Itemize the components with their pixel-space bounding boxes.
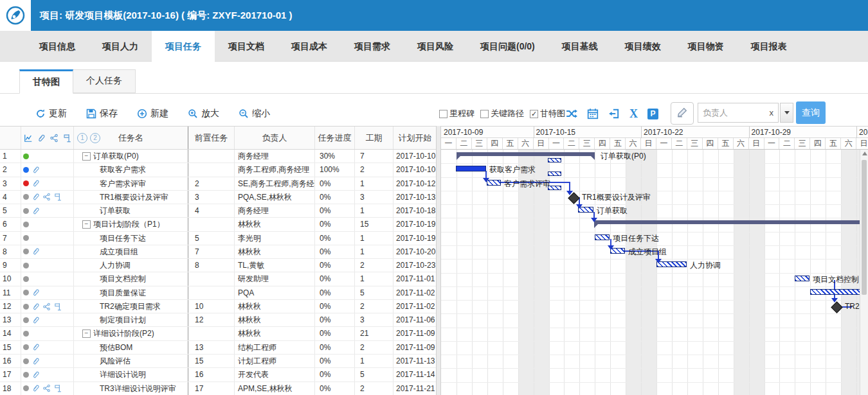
predecessor-cell[interactable] xyxy=(188,150,235,162)
owner-cell[interactable]: TL,黄敏 xyxy=(235,259,315,272)
collapse-icon[interactable]: − xyxy=(82,329,91,338)
predecessor-cell[interactable]: 2 xyxy=(188,177,235,190)
owner-cell[interactable]: 林秋秋 xyxy=(235,300,315,313)
predecessor-cell[interactable]: 7 xyxy=(188,245,235,258)
main-tab[interactable]: 项目问题(0/0) xyxy=(467,31,548,62)
gantt-vertical-scrollbar[interactable] xyxy=(860,150,868,395)
flag-icon[interactable] xyxy=(53,384,62,392)
table-row[interactable]: 3客户需求评审2SE,商务工程师,商务经理0%12017-10-12 xyxy=(0,177,437,191)
progress-cell[interactable]: 0% xyxy=(315,286,355,299)
plan-start-cell[interactable]: 2017-10-23 xyxy=(393,259,437,272)
predecessor-cell[interactable]: 10 xyxy=(188,300,235,313)
duration-cell[interactable]: 5 xyxy=(355,368,393,381)
main-tab[interactable]: 项目成本 xyxy=(278,31,341,62)
clip-icon[interactable] xyxy=(32,371,40,379)
share-icon[interactable] xyxy=(42,193,51,201)
owner-cell[interactable]: 商务经理 xyxy=(235,150,315,162)
plan-start-cell[interactable]: 2017-11-09 xyxy=(393,327,437,340)
progress-cell[interactable]: 30% xyxy=(315,150,355,162)
clip-icon[interactable] xyxy=(32,247,40,256)
task-name-cell[interactable]: 项目文档控制 xyxy=(74,272,188,285)
main-tab[interactable]: 项目基线 xyxy=(548,31,611,62)
header-owner[interactable]: 负责人 xyxy=(235,127,315,149)
table-row[interactable]: 15预估BOM13结构工程师0%22017-11-09 xyxy=(0,341,437,355)
checkbox-关键路径[interactable]: 关键路径 xyxy=(480,108,524,119)
owner-cell[interactable]: SE,商务工程师,商务经理 xyxy=(235,177,315,190)
checkbox-甘特图[interactable]: ✓甘特图 xyxy=(530,108,565,119)
excel-icon[interactable]: X xyxy=(629,107,638,121)
main-tab[interactable]: 项目任务 xyxy=(152,31,215,62)
plan-start-cell[interactable]: 2017-10-10 xyxy=(393,163,437,176)
progress-cell[interactable]: 0% xyxy=(315,341,355,354)
sub-tab[interactable]: 甘特图 xyxy=(19,69,73,94)
task-name-cell[interactable]: 成立项目组 xyxy=(74,245,188,258)
owner-cell[interactable]: 商务工程师,商务经理 xyxy=(235,163,315,176)
collapse-icon[interactable]: − xyxy=(82,152,91,161)
duration-cell[interactable]: 21 xyxy=(355,327,393,340)
predecessor-cell[interactable] xyxy=(188,327,235,340)
task-name-cell[interactable]: 项目任务下达 xyxy=(74,232,188,245)
predecessor-cell[interactable]: 17 xyxy=(188,382,235,395)
plan-start-cell[interactable]: 2017-11-02 xyxy=(393,286,437,299)
progress-cell[interactable]: 0% xyxy=(315,382,355,395)
table-row[interactable]: 5订单获取4商务经理0%12017-10-18 xyxy=(0,204,437,218)
table-row[interactable]: 17详细设计说明16开发代表0%52017-11-14 xyxy=(0,368,437,382)
owner-cell[interactable]: 林秋秋 xyxy=(235,313,315,326)
main-tab[interactable]: 项目物资 xyxy=(674,31,737,62)
flag-icon[interactable] xyxy=(53,193,62,201)
scrollbar-thumb[interactable] xyxy=(862,160,867,295)
plan-start-cell[interactable]: 2017-10-19 xyxy=(393,232,437,245)
table-row[interactable]: 10项目文档控制研发助理0%12017-11-01 xyxy=(0,272,437,286)
toolbar-button-save[interactable]: 保存 xyxy=(86,108,118,119)
progress-cell[interactable]: 0% xyxy=(315,245,355,258)
duration-cell[interactable]: 2 xyxy=(355,259,393,272)
progress-cell[interactable]: 0% xyxy=(315,218,355,231)
owner-cell[interactable]: 李光明 xyxy=(235,232,315,245)
toolbar-button-zoom-out[interactable]: 缩小 xyxy=(239,108,270,119)
clip-icon[interactable] xyxy=(32,316,40,324)
task-name-cell[interactable]: 获取客户需求 xyxy=(74,163,188,176)
table-row[interactable]: 8成立项目组7林秋秋0%12017-10-20 xyxy=(0,245,437,259)
clear-filter-icon[interactable]: x xyxy=(770,108,779,118)
pane-splitter[interactable] xyxy=(436,126,441,395)
share-icon[interactable] xyxy=(42,303,51,311)
main-tab[interactable]: 项目人力 xyxy=(89,31,152,62)
task-name-cell[interactable]: 项目质量保证 xyxy=(74,286,188,299)
app-logo[interactable] xyxy=(0,0,31,31)
clip-icon[interactable] xyxy=(32,357,40,365)
predecessor-cell[interactable]: 16 xyxy=(188,368,235,381)
duration-cell[interactable]: 1 xyxy=(355,245,393,258)
gantt-summary-bar[interactable] xyxy=(594,220,868,224)
task-name-cell[interactable]: 客户需求评审 xyxy=(74,177,188,190)
plan-start-cell[interactable]: 2017-11-06 xyxy=(393,313,437,326)
task-name-cell[interactable]: TR2确定项目需求 xyxy=(74,300,188,313)
clip-icon[interactable] xyxy=(32,303,40,311)
progress-cell[interactable]: 0% xyxy=(315,327,355,340)
owner-cell[interactable]: PQA xyxy=(235,286,315,299)
header-plan-start[interactable]: 计划开始 xyxy=(393,127,437,149)
edit-filter-button[interactable] xyxy=(671,102,694,125)
gantt-summary-bar[interactable] xyxy=(457,152,595,156)
task-name-cell[interactable]: −订单获取(P0) xyxy=(74,150,188,162)
clip-icon[interactable] xyxy=(32,288,40,297)
duration-cell[interactable]: 2 xyxy=(355,341,393,354)
toolbar-button-zoom-in[interactable]: 放大 xyxy=(188,108,219,119)
plan-start-cell[interactable]: 2017-10-18 xyxy=(393,204,437,217)
progress-cell[interactable]: 0% xyxy=(315,191,355,204)
owner-cell[interactable]: 计划工程师 xyxy=(235,355,315,367)
task-name-cell[interactable]: −详细设计阶段(P2) xyxy=(74,327,188,340)
progress-cell[interactable]: 0% xyxy=(315,355,355,367)
progress-cell[interactable]: 0% xyxy=(315,300,355,313)
checkbox-box[interactable] xyxy=(439,110,448,118)
plan-start-cell[interactable]: 2017-11-01 xyxy=(393,272,437,285)
table-row[interactable]: 1−订单获取(P0)商务经理30%72017-10-10 xyxy=(0,150,437,163)
predecessor-cell[interactable]: 4 xyxy=(188,204,235,217)
progress-cell[interactable]: 0% xyxy=(315,368,355,381)
predecessor-cell[interactable]: 15 xyxy=(188,355,235,367)
search-button[interactable]: 查询 xyxy=(796,101,826,124)
duration-cell[interactable]: 2 xyxy=(355,300,393,313)
owner-cell[interactable]: 林秋秋 xyxy=(235,218,315,231)
task-name-cell[interactable]: 预估BOM xyxy=(74,341,188,354)
table-row[interactable]: 4TR1概要设计及评审3PQA,SE,林秋秋0%32017-10-13 xyxy=(0,191,437,204)
progress-cell[interactable]: 0% xyxy=(315,272,355,285)
